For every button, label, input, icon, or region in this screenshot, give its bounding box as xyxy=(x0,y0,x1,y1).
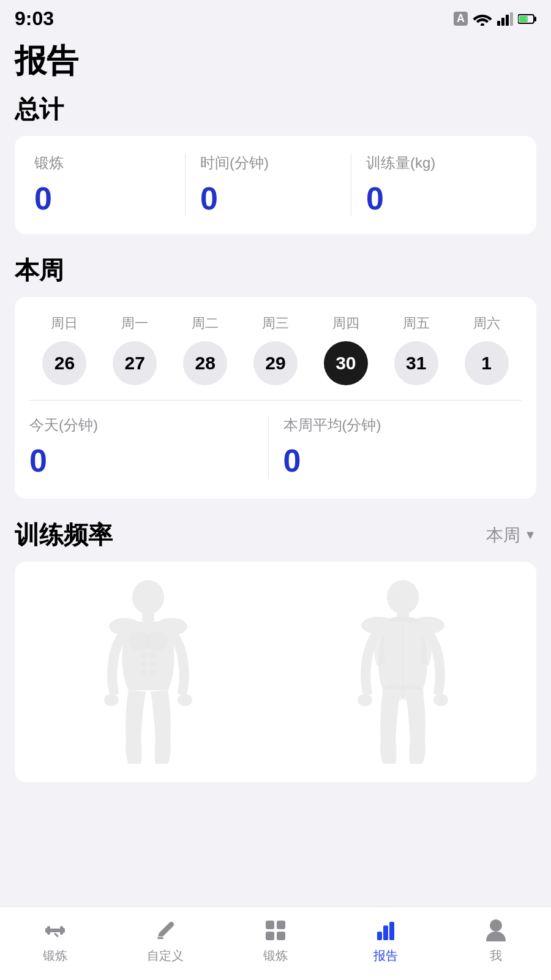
avg-label: 本周平均(分钟) xyxy=(283,415,522,435)
total-stats-row: 锻炼 0 时间(分钟) 0 训练量(kg) 0 xyxy=(34,153,517,217)
svg-rect-3 xyxy=(506,15,509,26)
svg-rect-40 xyxy=(266,932,274,940)
today-stat: 今天(分钟) 0 xyxy=(29,415,268,479)
svg-rect-38 xyxy=(266,921,274,929)
stat-volume-label: 训练量(kg) xyxy=(366,153,517,173)
svg-rect-32 xyxy=(47,926,50,935)
today-circle[interactable]: 30 xyxy=(324,341,368,385)
keyboard-icon: A xyxy=(454,12,468,26)
page-title: 报告 xyxy=(15,40,536,83)
nav-item-report[interactable]: 报告 xyxy=(349,917,422,964)
svg-rect-7 xyxy=(519,16,528,22)
day-circle[interactable]: 27 xyxy=(113,341,157,385)
nav-item-me[interactable]: 我 xyxy=(459,917,533,964)
nav-label-custom: 自定义 xyxy=(147,948,184,964)
nav-item-workout[interactable]: 锻炼 xyxy=(18,917,92,964)
body-figures-card xyxy=(15,562,536,782)
freq-period-label: 本周 xyxy=(486,524,520,547)
stat-workout-value: 0 xyxy=(34,180,185,217)
day-circle[interactable]: 26 xyxy=(42,341,86,385)
days-row: 周日26周一27周二28周三29周四30周五31周六1 xyxy=(29,314,522,385)
day-name: 周三 xyxy=(262,314,289,333)
day-name: 周日 xyxy=(51,314,78,333)
svg-rect-35 xyxy=(62,928,65,933)
stat-volume: 训练量(kg) 0 xyxy=(351,153,517,217)
svg-rect-4 xyxy=(510,12,513,26)
week-section: 本周 周日26周一27周二28周三29周四30周五31周六1 今天(分钟) 0 … xyxy=(15,254,536,499)
svg-point-0 xyxy=(481,23,484,26)
svg-rect-19 xyxy=(149,669,156,676)
nav-label-exercise: 锻炼 xyxy=(263,948,288,964)
svg-rect-9 xyxy=(142,612,154,622)
status-icons: A xyxy=(454,12,536,26)
svg-rect-16 xyxy=(141,661,147,667)
nav-item-exercise[interactable]: 锻炼 xyxy=(239,917,312,964)
day-col[interactable]: 周六1 xyxy=(451,314,522,385)
bottom-nav: 锻炼 自定义 锻炼 xyxy=(0,907,551,980)
svg-rect-14 xyxy=(141,652,147,658)
day-circle[interactable]: 1 xyxy=(465,341,509,385)
day-name: 周六 xyxy=(473,314,500,333)
day-col[interactable]: 周一27 xyxy=(100,314,170,385)
svg-rect-1 xyxy=(497,21,500,26)
svg-rect-37 xyxy=(157,937,163,939)
week-section-title: 本周 xyxy=(15,254,536,287)
stat-volume-value: 0 xyxy=(366,180,517,217)
chart-icon xyxy=(372,917,399,944)
total-card: 锻炼 0 时间(分钟) 0 训练量(kg) 0 xyxy=(15,136,536,234)
day-circle[interactable]: 31 xyxy=(394,341,438,385)
stat-workout: 锻炼 0 xyxy=(34,153,185,217)
day-name: 周四 xyxy=(332,314,359,333)
svg-rect-6 xyxy=(534,17,536,21)
week-stats-row: 今天(分钟) 0 本周平均(分钟) 0 xyxy=(29,400,522,479)
svg-rect-42 xyxy=(377,932,382,940)
body-front-figure xyxy=(39,580,257,764)
nav-item-custom[interactable]: 自定义 xyxy=(129,917,202,964)
week-card: 周日26周一27周二28周三29周四30周五31周六1 今天(分钟) 0 本周平… xyxy=(15,297,536,499)
svg-point-20 xyxy=(104,694,119,706)
grid-icon xyxy=(262,917,289,944)
day-circle[interactable]: 28 xyxy=(183,341,227,385)
nav-label-me: 我 xyxy=(490,948,502,964)
svg-point-21 xyxy=(178,694,192,706)
day-col[interactable]: 周四30 xyxy=(310,314,381,385)
today-value: 0 xyxy=(29,442,268,479)
avg-stat: 本周平均(分钟) 0 xyxy=(268,415,522,479)
day-name: 周五 xyxy=(403,314,430,333)
nav-label-report: 报告 xyxy=(373,948,398,964)
svg-rect-18 xyxy=(141,669,147,676)
battery-icon xyxy=(518,13,536,24)
svg-rect-17 xyxy=(149,661,156,667)
day-col[interactable]: 周三29 xyxy=(241,314,311,385)
freq-period-selector[interactable]: 本周 ▼ xyxy=(486,524,536,547)
svg-point-27 xyxy=(358,694,372,706)
svg-rect-2 xyxy=(501,18,504,26)
stat-workout-label: 锻炼 xyxy=(34,153,185,173)
day-col[interactable]: 周日26 xyxy=(29,314,100,385)
day-name: 周一 xyxy=(121,314,148,333)
day-col[interactable]: 周二28 xyxy=(170,314,241,385)
day-circle[interactable]: 29 xyxy=(253,341,298,385)
svg-rect-44 xyxy=(389,922,394,940)
chevron-down-icon: ▼ xyxy=(524,528,536,542)
svg-point-22 xyxy=(387,580,419,614)
status-bar: 9:03 A xyxy=(0,0,551,35)
body-back-figure xyxy=(294,580,512,764)
dumbbell-icon xyxy=(42,917,69,944)
signal-icon xyxy=(497,12,513,26)
svg-rect-43 xyxy=(383,925,388,940)
status-time: 9:03 xyxy=(15,7,54,30)
svg-point-8 xyxy=(132,580,164,614)
person-icon xyxy=(482,917,509,944)
avg-value: 0 xyxy=(283,442,522,479)
today-label: 今天(分钟) xyxy=(29,415,268,435)
day-col[interactable]: 周五31 xyxy=(381,314,451,385)
svg-rect-36 xyxy=(54,933,59,938)
svg-rect-33 xyxy=(50,929,60,932)
stat-time: 时间(分钟) 0 xyxy=(185,153,351,217)
day-name: 周二 xyxy=(192,314,219,333)
freq-header: 训练频率 本周 ▼ xyxy=(15,518,536,552)
svg-rect-39 xyxy=(277,921,285,929)
svg-rect-15 xyxy=(149,652,156,658)
freq-title: 训练频率 xyxy=(15,518,113,552)
